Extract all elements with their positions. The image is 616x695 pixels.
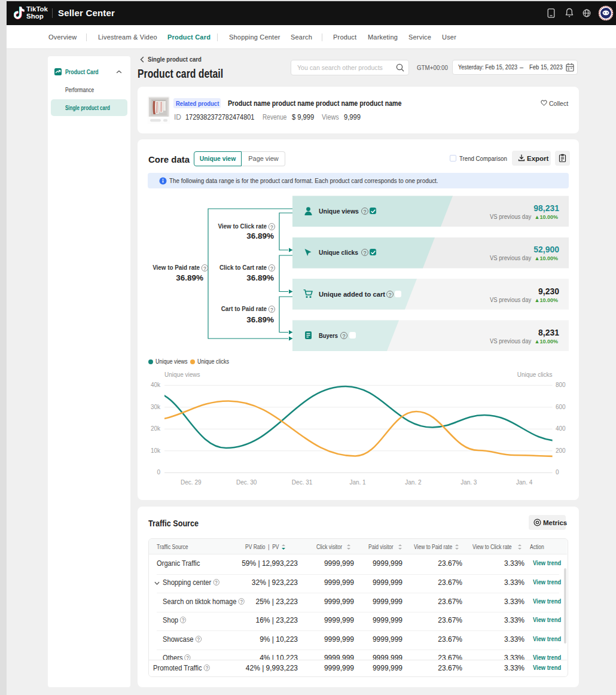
svg-text:Dec. 30: Dec. 30 xyxy=(236,479,257,486)
svg-text:0: 0 xyxy=(556,469,559,475)
svg-text:Dec. 29: Dec. 29 xyxy=(181,479,202,486)
svg-text:400: 400 xyxy=(556,425,566,432)
svg-text:Jan. 3: Jan. 3 xyxy=(461,479,477,486)
svg-text:200: 200 xyxy=(556,447,566,454)
svg-text:20k: 20k xyxy=(151,425,161,432)
svg-text:Dec. 31: Dec. 31 xyxy=(292,479,313,486)
svg-text:800: 800 xyxy=(556,382,566,388)
svg-text:40k: 40k xyxy=(151,382,161,388)
svg-text:Jan. 4: Jan. 4 xyxy=(516,479,533,486)
svg-text:Unique views: Unique views xyxy=(164,371,200,378)
svg-text:Unique clicks: Unique clicks xyxy=(517,371,553,378)
svg-text:30k: 30k xyxy=(151,404,161,410)
svg-text:Jan. 2: Jan. 2 xyxy=(405,479,422,486)
svg-text:0: 0 xyxy=(157,469,160,475)
svg-text:10k: 10k xyxy=(151,447,161,454)
svg-text:600: 600 xyxy=(556,404,566,410)
svg-text:Jan. 1: Jan. 1 xyxy=(349,479,366,486)
